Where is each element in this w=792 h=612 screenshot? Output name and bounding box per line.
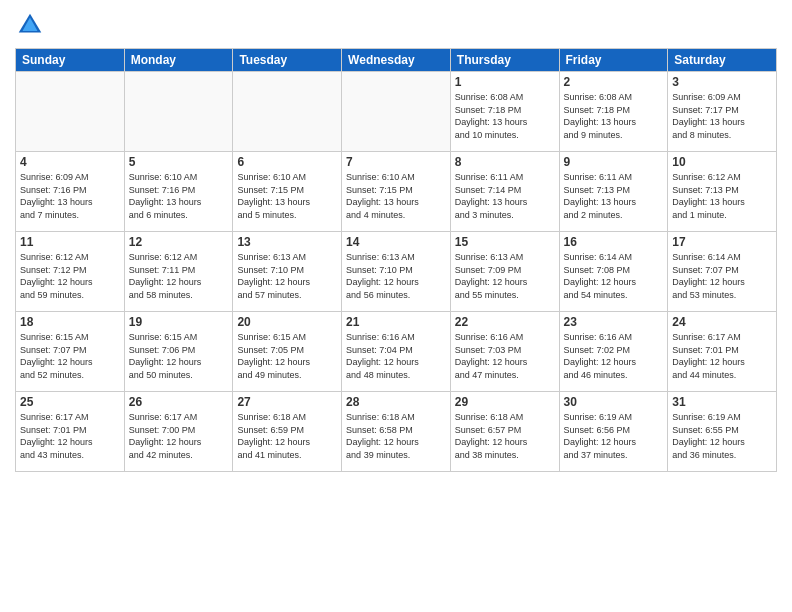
day-header-saturday: Saturday	[668, 49, 777, 72]
day-info: Sunrise: 6:12 AMSunset: 7:11 PMDaylight:…	[129, 251, 229, 301]
header	[15, 10, 777, 40]
day-info: Sunrise: 6:18 AMSunset: 6:57 PMDaylight:…	[455, 411, 555, 461]
calendar-cell: 27Sunrise: 6:18 AMSunset: 6:59 PMDayligh…	[233, 392, 342, 472]
calendar-cell: 3Sunrise: 6:09 AMSunset: 7:17 PMDaylight…	[668, 72, 777, 152]
day-info: Sunrise: 6:09 AMSunset: 7:17 PMDaylight:…	[672, 91, 772, 141]
day-header-friday: Friday	[559, 49, 668, 72]
day-number: 5	[129, 155, 229, 169]
day-number: 26	[129, 395, 229, 409]
day-number: 15	[455, 235, 555, 249]
calendar-cell: 11Sunrise: 6:12 AMSunset: 7:12 PMDayligh…	[16, 232, 125, 312]
calendar-cell	[124, 72, 233, 152]
day-info: Sunrise: 6:17 AMSunset: 7:01 PMDaylight:…	[20, 411, 120, 461]
day-number: 28	[346, 395, 446, 409]
day-info: Sunrise: 6:13 AMSunset: 7:09 PMDaylight:…	[455, 251, 555, 301]
day-number: 27	[237, 395, 337, 409]
calendar-cell: 7Sunrise: 6:10 AMSunset: 7:15 PMDaylight…	[342, 152, 451, 232]
day-info: Sunrise: 6:15 AMSunset: 7:07 PMDaylight:…	[20, 331, 120, 381]
day-number: 31	[672, 395, 772, 409]
calendar-cell: 9Sunrise: 6:11 AMSunset: 7:13 PMDaylight…	[559, 152, 668, 232]
day-info: Sunrise: 6:16 AMSunset: 7:02 PMDaylight:…	[564, 331, 664, 381]
calendar-cell: 29Sunrise: 6:18 AMSunset: 6:57 PMDayligh…	[450, 392, 559, 472]
calendar-cell: 10Sunrise: 6:12 AMSunset: 7:13 PMDayligh…	[668, 152, 777, 232]
calendar-cell: 1Sunrise: 6:08 AMSunset: 7:18 PMDaylight…	[450, 72, 559, 152]
day-header-wednesday: Wednesday	[342, 49, 451, 72]
calendar-cell: 24Sunrise: 6:17 AMSunset: 7:01 PMDayligh…	[668, 312, 777, 392]
calendar-cell: 13Sunrise: 6:13 AMSunset: 7:10 PMDayligh…	[233, 232, 342, 312]
calendar-cell: 22Sunrise: 6:16 AMSunset: 7:03 PMDayligh…	[450, 312, 559, 392]
day-number: 1	[455, 75, 555, 89]
calendar-cell: 23Sunrise: 6:16 AMSunset: 7:02 PMDayligh…	[559, 312, 668, 392]
day-info: Sunrise: 6:14 AMSunset: 7:08 PMDaylight:…	[564, 251, 664, 301]
day-info: Sunrise: 6:19 AMSunset: 6:55 PMDaylight:…	[672, 411, 772, 461]
calendar-cell	[233, 72, 342, 152]
day-info: Sunrise: 6:14 AMSunset: 7:07 PMDaylight:…	[672, 251, 772, 301]
week-row-5: 25Sunrise: 6:17 AMSunset: 7:01 PMDayligh…	[16, 392, 777, 472]
day-number: 8	[455, 155, 555, 169]
calendar-cell: 17Sunrise: 6:14 AMSunset: 7:07 PMDayligh…	[668, 232, 777, 312]
day-number: 23	[564, 315, 664, 329]
day-info: Sunrise: 6:08 AMSunset: 7:18 PMDaylight:…	[455, 91, 555, 141]
day-header-thursday: Thursday	[450, 49, 559, 72]
calendar-cell: 20Sunrise: 6:15 AMSunset: 7:05 PMDayligh…	[233, 312, 342, 392]
day-number: 3	[672, 75, 772, 89]
calendar-cell: 26Sunrise: 6:17 AMSunset: 7:00 PMDayligh…	[124, 392, 233, 472]
day-info: Sunrise: 6:19 AMSunset: 6:56 PMDaylight:…	[564, 411, 664, 461]
day-info: Sunrise: 6:17 AMSunset: 7:01 PMDaylight:…	[672, 331, 772, 381]
day-number: 20	[237, 315, 337, 329]
day-number: 2	[564, 75, 664, 89]
day-info: Sunrise: 6:18 AMSunset: 6:59 PMDaylight:…	[237, 411, 337, 461]
day-info: Sunrise: 6:09 AMSunset: 7:16 PMDaylight:…	[20, 171, 120, 221]
week-row-3: 11Sunrise: 6:12 AMSunset: 7:12 PMDayligh…	[16, 232, 777, 312]
calendar-header: SundayMondayTuesdayWednesdayThursdayFrid…	[16, 49, 777, 72]
calendar-cell: 14Sunrise: 6:13 AMSunset: 7:10 PMDayligh…	[342, 232, 451, 312]
day-info: Sunrise: 6:10 AMSunset: 7:16 PMDaylight:…	[129, 171, 229, 221]
calendar-cell: 15Sunrise: 6:13 AMSunset: 7:09 PMDayligh…	[450, 232, 559, 312]
day-number: 25	[20, 395, 120, 409]
calendar-cell: 19Sunrise: 6:15 AMSunset: 7:06 PMDayligh…	[124, 312, 233, 392]
calendar-cell: 4Sunrise: 6:09 AMSunset: 7:16 PMDaylight…	[16, 152, 125, 232]
day-header-tuesday: Tuesday	[233, 49, 342, 72]
calendar-cell: 31Sunrise: 6:19 AMSunset: 6:55 PMDayligh…	[668, 392, 777, 472]
page: SundayMondayTuesdayWednesdayThursdayFrid…	[0, 0, 792, 612]
day-info: Sunrise: 6:15 AMSunset: 7:05 PMDaylight:…	[237, 331, 337, 381]
day-info: Sunrise: 6:18 AMSunset: 6:58 PMDaylight:…	[346, 411, 446, 461]
day-info: Sunrise: 6:10 AMSunset: 7:15 PMDaylight:…	[346, 171, 446, 221]
day-info: Sunrise: 6:12 AMSunset: 7:13 PMDaylight:…	[672, 171, 772, 221]
day-number: 19	[129, 315, 229, 329]
day-info: Sunrise: 6:11 AMSunset: 7:13 PMDaylight:…	[564, 171, 664, 221]
calendar-body: 1Sunrise: 6:08 AMSunset: 7:18 PMDaylight…	[16, 72, 777, 472]
day-header-monday: Monday	[124, 49, 233, 72]
day-number: 30	[564, 395, 664, 409]
day-info: Sunrise: 6:13 AMSunset: 7:10 PMDaylight:…	[346, 251, 446, 301]
calendar-cell: 21Sunrise: 6:16 AMSunset: 7:04 PMDayligh…	[342, 312, 451, 392]
day-info: Sunrise: 6:11 AMSunset: 7:14 PMDaylight:…	[455, 171, 555, 221]
day-number: 12	[129, 235, 229, 249]
day-number: 17	[672, 235, 772, 249]
day-number: 16	[564, 235, 664, 249]
day-number: 6	[237, 155, 337, 169]
day-number: 11	[20, 235, 120, 249]
day-info: Sunrise: 6:16 AMSunset: 7:03 PMDaylight:…	[455, 331, 555, 381]
calendar-cell: 28Sunrise: 6:18 AMSunset: 6:58 PMDayligh…	[342, 392, 451, 472]
day-info: Sunrise: 6:08 AMSunset: 7:18 PMDaylight:…	[564, 91, 664, 141]
calendar-cell	[16, 72, 125, 152]
day-number: 22	[455, 315, 555, 329]
calendar-cell: 8Sunrise: 6:11 AMSunset: 7:14 PMDaylight…	[450, 152, 559, 232]
day-info: Sunrise: 6:17 AMSunset: 7:00 PMDaylight:…	[129, 411, 229, 461]
day-number: 4	[20, 155, 120, 169]
calendar-cell: 5Sunrise: 6:10 AMSunset: 7:16 PMDaylight…	[124, 152, 233, 232]
calendar-cell: 30Sunrise: 6:19 AMSunset: 6:56 PMDayligh…	[559, 392, 668, 472]
logo-icon	[15, 10, 45, 40]
day-info: Sunrise: 6:16 AMSunset: 7:04 PMDaylight:…	[346, 331, 446, 381]
week-row-2: 4Sunrise: 6:09 AMSunset: 7:16 PMDaylight…	[16, 152, 777, 232]
calendar-cell: 12Sunrise: 6:12 AMSunset: 7:11 PMDayligh…	[124, 232, 233, 312]
day-number: 9	[564, 155, 664, 169]
day-number: 29	[455, 395, 555, 409]
calendar-cell: 2Sunrise: 6:08 AMSunset: 7:18 PMDaylight…	[559, 72, 668, 152]
calendar-cell: 6Sunrise: 6:10 AMSunset: 7:15 PMDaylight…	[233, 152, 342, 232]
day-number: 10	[672, 155, 772, 169]
day-info: Sunrise: 6:12 AMSunset: 7:12 PMDaylight:…	[20, 251, 120, 301]
header-row: SundayMondayTuesdayWednesdayThursdayFrid…	[16, 49, 777, 72]
day-info: Sunrise: 6:15 AMSunset: 7:06 PMDaylight:…	[129, 331, 229, 381]
